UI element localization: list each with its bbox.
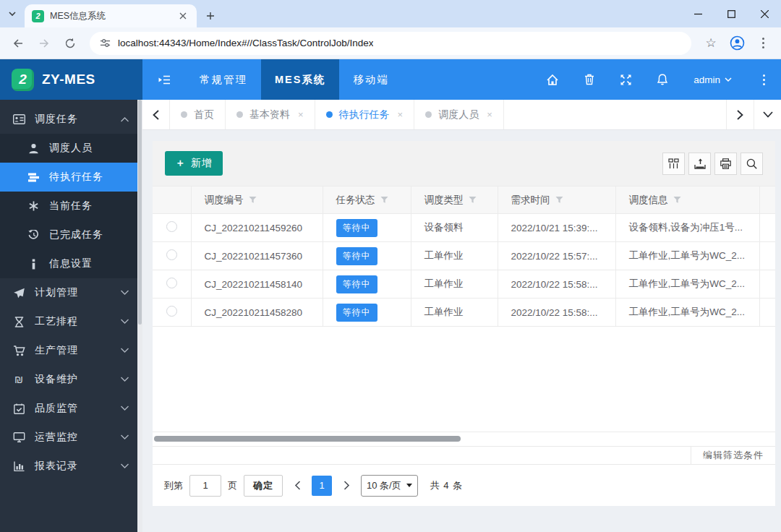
page-number-input[interactable] (189, 475, 221, 497)
chevron-down-icon (119, 319, 131, 325)
tabs-scroll-right-button[interactable] (726, 100, 754, 129)
tab-close-icon[interactable]: × (298, 109, 304, 120)
url-text: localhost:44343/Home/Index#//ClassTask/C… (118, 38, 373, 48)
top-nav: 常规管理 MES系统 移动端 admin (142, 59, 781, 100)
profile-avatar-icon[interactable] (726, 33, 748, 54)
chevron-down-icon (119, 406, 131, 411)
page-size-select[interactable]: 10 条/页 (361, 475, 418, 497)
export-button[interactable] (688, 153, 711, 175)
chevron-down-icon (8, 9, 17, 18)
row-radio[interactable] (166, 221, 177, 232)
goto-suffix-label: 页 (228, 479, 237, 492)
back-icon (12, 38, 24, 49)
tab-close-icon[interactable]: × (398, 109, 404, 120)
browser-tab[interactable]: 2 MES信息系统 (25, 4, 197, 27)
fullscreen-icon[interactable] (620, 74, 631, 85)
select-column-header (153, 186, 191, 214)
sidebar-item-current-tasks[interactable]: 当前任务 (0, 192, 142, 220)
tab-status-dot (236, 111, 243, 118)
sidebar: 调度任务 调度人员 待执行任务 当前任务 已完成任务 信息设置 (0, 100, 142, 532)
row-radio[interactable] (166, 249, 177, 260)
reload-button[interactable] (59, 33, 81, 54)
print-button[interactable] (714, 153, 737, 175)
filter-icon (555, 196, 563, 204)
col-header-task-status[interactable]: 任务状态 (323, 186, 411, 214)
next-page-button[interactable] (338, 481, 354, 490)
col-header-dispatch-info[interactable]: 调度信息 (615, 186, 759, 214)
info-icon (27, 259, 40, 270)
table-row[interactable]: CJ_202210211457360 等待中 工单作业 2022/10/22 1… (153, 242, 775, 270)
new-tab-button[interactable] (202, 8, 218, 24)
trash-icon[interactable] (584, 74, 594, 85)
row-radio[interactable] (166, 278, 177, 288)
view-tab-dispatch-staff[interactable]: 调度人员 × (414, 100, 504, 129)
forward-icon (38, 38, 50, 49)
view-tab-home[interactable]: 首页 (170, 100, 226, 129)
row-radio[interactable] (166, 306, 177, 317)
calendar-check-icon (13, 403, 25, 414)
table-row[interactable]: CJ_202210211458140 等待中 工单作业 2022/10/22 1… (153, 270, 775, 299)
columns-button[interactable] (662, 153, 685, 175)
current-page-button[interactable]: 1 (312, 476, 332, 496)
nav-item-general[interactable]: 常规管理 (186, 59, 261, 100)
notifications-bell-icon[interactable] (657, 74, 667, 85)
user-menu[interactable]: admin (693, 74, 732, 85)
sidebar-item-pending-tasks[interactable]: 待执行任务 (0, 163, 142, 192)
sidebar-scrollbar[interactable] (137, 100, 142, 532)
address-bar[interactable]: localhost:44343/Home/Index#//ClassTask/C… (90, 32, 691, 55)
minimize-button[interactable] (681, 0, 714, 27)
monitor-icon (13, 432, 25, 442)
plus-icon: ＋ (175, 157, 186, 170)
tabs-scroll-left-button[interactable] (142, 100, 170, 129)
forward-button[interactable] (33, 33, 55, 54)
tab-close-icon[interactable] (175, 8, 191, 24)
header-more-button[interactable] (758, 74, 769, 85)
sidebar-group-reports[interactable]: 报表记录 (0, 452, 142, 481)
add-button[interactable]: ＋ 新增 (165, 151, 223, 176)
table-row[interactable]: CJ_202210211458280 等待中 工单作业 2022/10/22 1… (153, 299, 775, 327)
sidebar-group-operations-monitor[interactable]: 运营监控 (0, 423, 142, 452)
home-icon[interactable] (547, 74, 558, 85)
sidebar-item-dispatch-staff[interactable]: 调度人员 (0, 134, 142, 163)
hourglass-icon (13, 317, 25, 327)
bookmark-star-icon[interactable]: ☆ (700, 33, 722, 54)
sidebar-group-plan[interactable]: 计划管理 (0, 278, 142, 307)
chevron-down-icon (119, 434, 131, 440)
col-header-dispatch-no[interactable]: 调度编号 (191, 186, 323, 214)
view-tab-pending-tasks[interactable]: 待执行任务 × (315, 100, 415, 129)
sidebar-group-quality[interactable]: 品质监管 (0, 394, 142, 423)
maximize-button[interactable] (714, 0, 748, 27)
sidebar-group-equipment-maintenance[interactable]: ₪ 设备维护 (0, 365, 142, 394)
nav-item-mobile[interactable]: 移动端 (339, 59, 403, 100)
edit-filter-link[interactable]: 编辑筛选条件 (691, 447, 775, 464)
sidebar-group-process-scheduling[interactable]: 工艺排程 (0, 307, 142, 336)
sidebar-group-label: 调度任务 (35, 113, 78, 126)
app-logo[interactable]: 2 ZY-MES (0, 59, 142, 100)
tab-title: MES信息系统 (50, 10, 169, 22)
close-button[interactable] (748, 0, 781, 27)
sidebar-item-info-settings[interactable]: 信息设置 (0, 249, 142, 278)
scrollbar-thumb[interactable] (154, 436, 461, 442)
tabs-menu-button[interactable] (754, 100, 781, 129)
search-button[interactable] (741, 153, 763, 175)
tab-close-icon[interactable]: × (487, 109, 492, 120)
horizontal-scrollbar[interactable] (153, 432, 775, 446)
col-header-required-time[interactable]: 需求时间 (498, 186, 615, 214)
nav-item-mes[interactable]: MES系统 (261, 59, 339, 100)
sidebar-collapse-button[interactable] (142, 59, 186, 100)
confirm-page-button[interactable]: 确定 (244, 475, 283, 497)
table-row[interactable]: CJ_202210211459260 等待中 设备领料 2022/10/21 1… (153, 214, 775, 242)
back-button[interactable] (7, 33, 29, 54)
prev-page-button[interactable] (289, 481, 305, 490)
sidebar-item-completed-tasks[interactable]: 已完成任务 (0, 220, 142, 249)
col-header-dispatch-type[interactable]: 调度类型 (411, 186, 498, 214)
browser-menu-button[interactable] (752, 33, 774, 54)
cart-icon (13, 346, 25, 356)
export-icon (694, 158, 706, 169)
view-tab-basic-data[interactable]: 基本资料 × (226, 100, 315, 129)
tab-search-button[interactable] (0, 0, 25, 27)
sidebar-group-production[interactable]: 生产管理 (0, 336, 142, 365)
tab-status-dot (425, 111, 432, 118)
sidebar-group-dispatch-tasks[interactable]: 调度任务 (0, 105, 142, 134)
kebab-icon (756, 38, 770, 48)
